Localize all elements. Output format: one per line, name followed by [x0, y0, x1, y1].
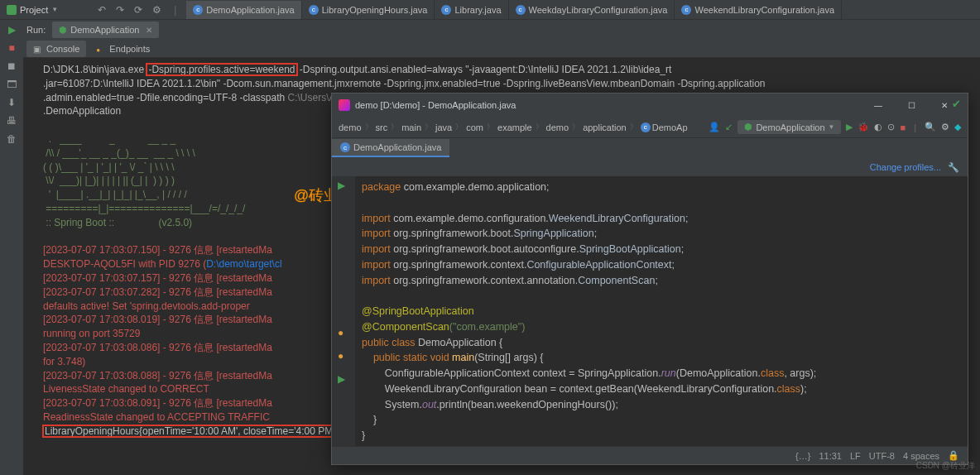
print-icon[interactable]: 🖶: [5, 114, 18, 127]
status-encoding[interactable]: UTF-8: [869, 451, 895, 461]
file-tab-bar: cDemoApplication.java cLibraryOpeningHou…: [186, 1, 980, 19]
gear-icon[interactable]: ⚙: [152, 4, 164, 16]
java-icon: c: [516, 5, 526, 15]
minimize-button[interactable]: —: [862, 94, 895, 116]
endpoints-tab[interactable]: Endpoints: [89, 41, 156, 57]
console-tab[interactable]: Console: [26, 41, 86, 57]
java-icon: c: [681, 5, 691, 15]
status-bar: {…} 11:31 LF UTF-8 4 spaces 🔒: [332, 446, 968, 464]
rerun-icon[interactable]: ▶: [5, 23, 18, 36]
settings-icon[interactable]: ⚙: [941, 122, 949, 132]
status-folding[interactable]: {…}: [795, 451, 810, 461]
bean-icon[interactable]: ●: [338, 350, 349, 362]
window-title: demo [D:\demo] - DemoApplication.java: [355, 100, 862, 110]
build-icon[interactable]: ↙: [725, 122, 733, 132]
java-icon: c: [193, 5, 203, 15]
run-config-selector[interactable]: ⬢ DemoApplication ▼: [737, 120, 841, 134]
code-editor[interactable]: package com.example.demo.application; im…: [355, 176, 968, 446]
spring-icon: ⬢: [744, 122, 752, 132]
trash-icon[interactable]: 🗑: [5, 132, 18, 146]
file-tab-library[interactable]: cLibrary.java: [435, 1, 508, 19]
stop-icon[interactable]: ■: [5, 41, 18, 55]
highlighted-output: LibraryOpeningHours{openTime='10:00 AM',…: [43, 425, 339, 437]
user-icon[interactable]: 👤: [709, 122, 720, 132]
file-tab-libraryopeninghours[interactable]: cLibraryOpeningHours.java: [302, 1, 435, 19]
highlighted-jvm-arg: -Dspring.profiles.active=weekend: [147, 64, 296, 75]
change-profiles-link[interactable]: Change profiles...: [870, 162, 941, 172]
terminal-icon: [33, 44, 43, 54]
download-icon[interactable]: ⬇: [5, 96, 18, 109]
coverage-icon[interactable]: ◐: [874, 122, 882, 132]
chevron-down-icon: ▼: [829, 123, 835, 131]
intellij-icon: [339, 99, 350, 111]
window-titlebar[interactable]: demo [D:\demo] - DemoApplication.java — …: [332, 94, 968, 117]
java-icon: c: [340, 142, 350, 152]
editor-tab[interactable]: c DemoApplication.java: [332, 139, 449, 157]
profile-icon[interactable]: ⊙: [887, 122, 895, 132]
java-icon: c: [441, 5, 451, 15]
sync-icon[interactable]: ⟳: [134, 4, 146, 16]
project-dropdown[interactable]: Project ▼: [0, 5, 65, 15]
file-tab-weekend[interactable]: cWeekendLibraryConfiguration.java: [675, 1, 842, 19]
nav-back-icon[interactable]: ↶: [98, 4, 109, 16]
separator: |: [174, 4, 176, 16]
stop-icon[interactable]: ■: [900, 122, 906, 132]
editor-window: demo [D:\demo] - DemoApplication.java — …: [331, 93, 968, 465]
run-icon[interactable]: ▶: [846, 122, 853, 132]
java-icon: c: [641, 122, 651, 132]
java-icon: c: [309, 5, 319, 15]
close-icon[interactable]: ✕: [146, 26, 152, 35]
project-icon: [7, 5, 17, 15]
jrebel-icon[interactable]: ◆: [954, 122, 961, 132]
status-indent[interactable]: 4 spaces: [903, 451, 939, 461]
run-tool-gutter: ▶ ■ ⏹ 🗖 ⬇ 🖶 🗑: [0, 20, 23, 475]
maximize-button[interactable]: ☐: [895, 94, 928, 116]
bc-demo[interactable]: demo: [339, 122, 362, 132]
run-line-icon[interactable]: ▶: [338, 180, 349, 191]
csdn-watermark: CSDN @砖业洋: [916, 460, 975, 472]
breadcrumb: demo〉 src〉 main〉 java〉 com〉 example〉 dem…: [332, 117, 968, 138]
wrench-icon[interactable]: 🔧: [948, 162, 959, 173]
file-tab-demoapplication[interactable]: cDemoApplication.java: [186, 1, 301, 19]
layout-icon[interactable]: 🗖: [5, 78, 18, 91]
status-caret-pos[interactable]: 11:31: [819, 451, 842, 461]
project-label: Project: [20, 5, 48, 15]
run-line-icon[interactable]: ▶: [338, 373, 349, 385]
debug-icon[interactable]: 🐞: [858, 122, 869, 132]
run-config-tab[interactable]: ⬢ DemoApplication ✕: [52, 22, 159, 38]
spring-icon: ⬢: [59, 25, 67, 36]
editor-gutter: ▶ ● ● ▶: [332, 176, 355, 446]
nav-fwd-icon[interactable]: ↷: [116, 4, 127, 16]
chevron-down-icon: ▼: [51, 6, 58, 13]
status-line-ending[interactable]: LF: [850, 451, 861, 461]
run-label: Run:: [26, 25, 46, 35]
spring-banner: . ____ _ __ _ _ /\\ / ___'_ __ _ _(_)_ _…: [43, 133, 245, 214]
exit-icon[interactable]: ⏹: [5, 60, 18, 73]
endpoints-icon: [96, 44, 106, 54]
search-icon[interactable]: 🔍: [925, 122, 936, 132]
bean-icon[interactable]: ●: [338, 327, 349, 338]
file-tab-weekday[interactable]: cWeekdayLibraryConfiguration.java: [509, 1, 675, 19]
